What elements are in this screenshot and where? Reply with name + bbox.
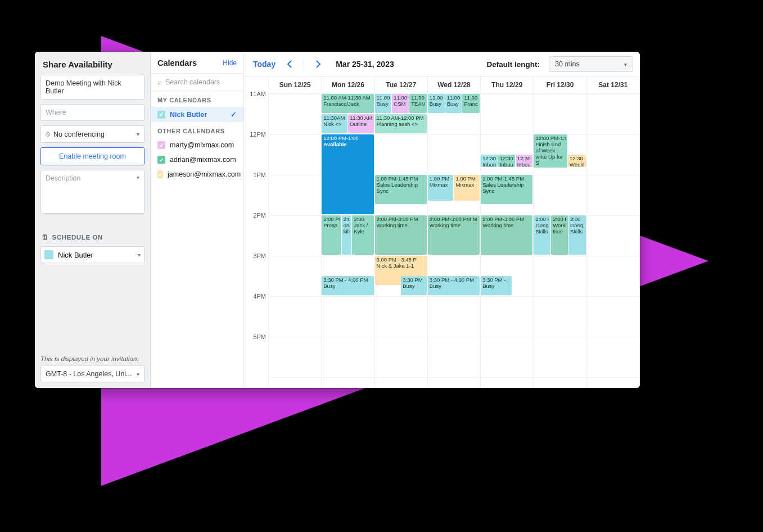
calendar-checkbox[interactable]: ✓ <box>157 141 165 149</box>
calendar-event[interactable]: 11:00Busy <box>428 94 445 113</box>
share-availability-panel: Share Availability Demo Meeting with Nic… <box>35 52 151 388</box>
calendar-icon: 🗓 <box>42 234 49 241</box>
today-button[interactable]: Today <box>251 57 278 71</box>
calendar-event[interactable]: 11:30AMNick <> <box>322 114 347 133</box>
calendar-event[interactable]: 2:00 PGong Skills <box>534 215 550 255</box>
toolbar-divider <box>304 58 304 70</box>
calendar-event[interactable]: 3:30 PM -Busy <box>481 276 512 295</box>
day-header: Sun 12/25 <box>269 77 322 94</box>
chevron-down-icon: ▾ <box>137 371 139 377</box>
where-placeholder: Where <box>46 109 66 116</box>
calendar-event[interactable]: 2:00 PWorking time <box>551 215 568 255</box>
day-column[interactable]: 11:00Busy11:00Busy11:00Franci1:00 PM -Mi… <box>428 94 481 388</box>
default-length-select[interactable]: 30 mins ▾ <box>549 56 633 72</box>
calendar-event[interactable]: 1:00 PM -Mixmax <box>428 175 454 201</box>
calendar-event[interactable]: 2:00Jack / Kyle <box>352 215 373 255</box>
calendar-search-input[interactable]: ⌕ Search calendars <box>151 74 243 91</box>
panel-title: Share Availability <box>35 52 150 75</box>
calendar-search-placeholder: Search calendars <box>165 78 220 86</box>
calendar-item[interactable]: ✓jameson@mixmax.com <box>151 167 243 182</box>
next-week-button[interactable] <box>311 57 326 71</box>
hour-label: 2PM <box>244 215 268 256</box>
schedule-on-label: 🗓 SCHEDULE ON <box>40 231 145 242</box>
day-column[interactable]: 11:00 AM-11:30 AMFrancisco/Jack11:30AMNi… <box>322 94 374 388</box>
hour-label: 5PM <box>244 337 268 377</box>
calendar-event[interactable]: 12:30 PMWeekly <box>568 155 586 167</box>
calendar-event[interactable]: 12:00 PM-1:00Available <box>322 134 373 214</box>
day-header: Thu 12/29 <box>481 77 534 94</box>
where-input[interactable]: Where <box>40 104 145 121</box>
calendar-event[interactable]: 2:00 Pong kills <box>342 215 352 255</box>
day-header: Fri 12/30 <box>534 77 586 94</box>
day-column[interactable] <box>269 94 322 388</box>
calendar-item[interactable]: ✓marty@mixmax.com <box>151 138 243 152</box>
calendar-name: marty@mixmax.com <box>170 141 234 149</box>
hour-label: 4PM <box>244 296 268 337</box>
calendar-name: jameson@mixmax.com <box>168 170 241 178</box>
day-column[interactable]: 12:00 PM-1:00Finish End of Week write Up… <box>534 94 586 388</box>
calendar-event[interactable]: 2:00 PM-3:00 PM MWorking time <box>428 215 480 255</box>
chevron-down-icon: ▾ <box>138 252 141 258</box>
hour-label: 3PM <box>244 256 268 296</box>
calendar-event[interactable]: 2:00 PM-3:00 PMWorking time <box>375 215 427 255</box>
calendar-checkbox[interactable]: ✓ <box>157 111 165 119</box>
chevron-down-icon: ▾ <box>137 131 139 137</box>
calendar-event[interactable]: 11:00Busy <box>445 94 462 113</box>
calendar-event[interactable]: 1:00 PM-1:45 PMSales Leadership Sync <box>481 175 532 204</box>
other-calendars-header: OTHER CALENDARS <box>151 122 243 138</box>
calendar-event[interactable]: 11:00 AM-11:30 AMFrancisco/Jack <box>322 94 373 113</box>
calendar-event[interactable]: 2:00Gong Skills <box>568 215 586 255</box>
search-icon: ⌕ <box>157 78 162 86</box>
chevron-down-icon: ▾ <box>137 174 139 181</box>
day-column[interactable] <box>587 94 640 388</box>
calendar-checkbox[interactable]: ✓ <box>157 156 165 164</box>
timezone-select[interactable]: GMT-8 - Los Angeles, Uni... ▾ <box>40 366 145 382</box>
hour-label: 11AM <box>244 94 268 134</box>
time-column: 11AM12PM1PM2PM3PM4PM5PM <box>244 77 269 388</box>
calendar-event[interactable]: 12:30Inboun <box>516 155 533 167</box>
calendar-item[interactable]: ✓adrian@mixmax.com <box>151 152 243 167</box>
app-window: Share Availability Demo Meeting with Nic… <box>35 52 640 388</box>
calendar-event[interactable]: 11:30 AM-12:00 PMPlanning sesh <> <box>375 114 427 133</box>
invitation-disclaimer: This is displayed in your invitation. <box>40 355 145 362</box>
calendar-event[interactable]: 11:30 AMOutline <box>348 114 374 133</box>
calendar-event[interactable]: 3:30 PM - 4:00 PMBusy <box>322 276 373 295</box>
calendar-color-chip <box>44 250 53 259</box>
prev-week-button[interactable] <box>282 57 297 71</box>
schedule-on-select[interactable]: Nick Butler ▾ <box>40 246 145 263</box>
calendar-event[interactable]: 2:00 PM-3:00 PMWorking time <box>481 215 532 255</box>
my-calendars-header: MY CALENDARS <box>151 91 243 107</box>
calendar-event[interactable]: 12:30Inboun <box>498 155 515 167</box>
hour-label: 12PM <box>244 134 268 175</box>
check-icon: ✓ <box>231 110 237 119</box>
calendar-name: adrian@mixmax.com <box>170 156 236 164</box>
calendar-checkbox[interactable]: ✓ <box>157 170 163 178</box>
hour-label: 1PM <box>244 175 268 215</box>
calendar-name: Nick Butler <box>170 111 207 119</box>
calendar-event[interactable]: 3:30 PM - 4:00 PMBusy <box>428 276 480 295</box>
day-column[interactable]: 12:30Inboun12:30Inboun12:30Inboun1:00 PM… <box>481 94 534 388</box>
day-header: Mon 12/26 <box>322 77 374 94</box>
meeting-title-input[interactable]: Demo Meeting with Nick Butler <box>40 75 145 100</box>
conferencing-select[interactable]: ⦸ No conferencing ▾ <box>40 125 145 143</box>
calendar-event[interactable]: 1:00 PM-1:45 PMSales Leadership Sync <box>375 175 427 204</box>
calendar-event[interactable]: 12:00 PM-1:00Finish End of Week write Up… <box>534 134 567 168</box>
default-length-label: Default lenght: <box>487 60 540 69</box>
hide-calendars-button[interactable]: Hide <box>223 59 237 67</box>
meeting-title-value: Demo Meeting with Nick Butler <box>46 79 139 95</box>
calendars-panel: Calendars Hide ⌕ Search calendars MY CAL… <box>151 52 244 388</box>
calendar-event[interactable]: 12:30Inboun <box>481 155 498 167</box>
day-column[interactable]: 11:00Busy11:00CSM11:00TEAM11:30 AM-12:00… <box>375 94 428 388</box>
description-input[interactable]: Description ▾ <box>40 170 145 214</box>
calendar-item[interactable]: ✓Nick Butler✓ <box>151 107 243 122</box>
calendar-event[interactable]: 11:00TEAM <box>409 94 427 113</box>
calendar-event[interactable]: 1:00 PMMixmax <box>454 175 480 201</box>
day-header: Sat 12/31 <box>587 77 640 94</box>
enable-meeting-room-button[interactable]: Enable meeting room <box>40 147 145 165</box>
calendar-event[interactable]: 11:00Franci <box>462 94 480 113</box>
calendar-event[interactable]: 11:00CSM <box>392 94 409 113</box>
calendar-event[interactable]: 3:30 PMBusy <box>401 276 427 295</box>
calendar-event[interactable]: 2:00 PMProsp <box>322 215 341 255</box>
calendar-event[interactable]: 11:00Busy <box>375 94 392 113</box>
timezone-value: GMT-8 - Los Angeles, Uni... <box>46 370 132 378</box>
